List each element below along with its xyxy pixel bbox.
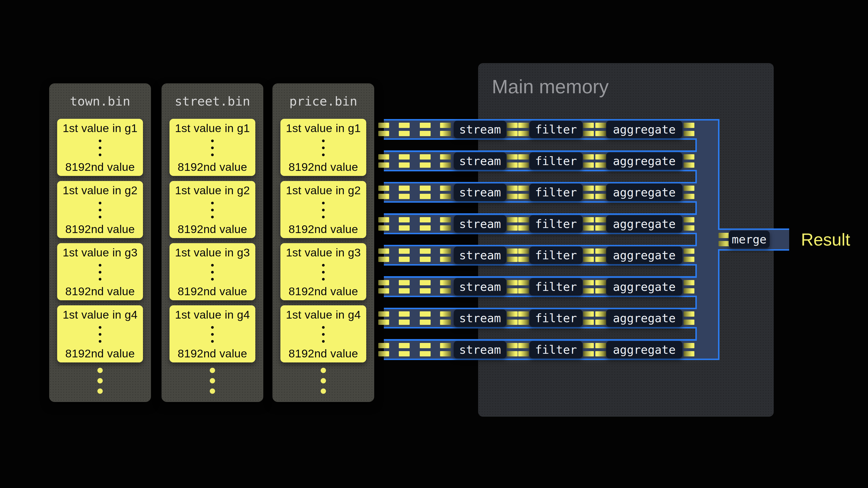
stream-operator-box: stream — [454, 184, 506, 201]
inter-pipeline-connector — [384, 327, 697, 340]
flow-dash-icon — [595, 311, 606, 325]
flow-dash-icon — [440, 311, 451, 325]
pipeline-layer: streamfilteraggregatestreamfilteraggrega… — [0, 0, 868, 488]
flow-dash-icon — [420, 311, 431, 325]
flow-dash-icon — [399, 154, 410, 168]
flow-dash-icon — [399, 311, 410, 325]
flow-dash-icon — [583, 154, 594, 168]
flow-dash-icon — [378, 280, 389, 294]
flow-dash-icon — [583, 280, 594, 294]
flow-dash-icon — [684, 280, 694, 294]
flow-dash-icon — [595, 186, 606, 199]
flow-dash-icon — [420, 249, 431, 262]
pipeline-row-1: streamfilteraggregate — [378, 119, 697, 140]
flow-dash-icon — [507, 154, 518, 168]
flow-dash-icon — [378, 217, 389, 231]
aggregate-operator-box: aggregate — [606, 341, 682, 358]
flow-dash-icon — [684, 186, 694, 199]
inter-pipeline-connector — [384, 233, 697, 246]
inter-pipeline-connector — [384, 201, 697, 215]
flow-dash-icon — [420, 280, 431, 294]
aggregate-operator-box: aggregate — [606, 310, 682, 327]
inter-pipeline-connector — [384, 138, 697, 152]
filter-operator-box: filter — [529, 341, 583, 358]
flow-dash-icon — [583, 217, 594, 231]
flow-dash-icon — [583, 123, 594, 136]
flow-dash-icon — [378, 343, 389, 356]
flow-dash-icon — [507, 343, 518, 356]
inter-pipeline-connector — [384, 170, 697, 184]
flow-dash-icon — [518, 154, 529, 168]
flow-dash-icon — [684, 123, 694, 136]
flow-dash-icon — [440, 343, 451, 356]
flow-dash-icon — [420, 123, 431, 136]
filter-operator-box: filter — [529, 278, 583, 295]
aggregate-operator-box: aggregate — [606, 215, 682, 233]
flow-dash-icon — [684, 249, 694, 262]
flow-dash-icon — [718, 233, 730, 246]
flow-dash-icon — [518, 217, 529, 231]
merge-stub: merge — [718, 228, 789, 251]
pipeline-row-7: streamfilteraggregate — [378, 308, 697, 328]
flow-dash-icon — [595, 343, 606, 356]
flow-dash-icon — [378, 311, 389, 325]
flow-dash-icon — [507, 280, 518, 294]
flow-dash-icon — [378, 249, 389, 262]
flow-dash-icon — [420, 217, 431, 231]
flow-dash-icon — [440, 280, 451, 294]
filter-operator-box: filter — [529, 215, 583, 233]
flow-dash-icon — [507, 217, 518, 231]
aggregate-operator-box: aggregate — [606, 278, 682, 295]
filter-operator-box: filter — [529, 121, 583, 138]
flow-dash-icon — [507, 311, 518, 325]
flow-dash-icon — [684, 343, 694, 356]
merge-operator-box: merge — [728, 231, 770, 248]
flow-dash-icon — [378, 123, 389, 136]
flow-dash-icon — [399, 217, 410, 231]
flow-dash-icon — [583, 186, 594, 199]
flow-dash-icon — [420, 154, 431, 168]
merge-bus — [697, 119, 719, 360]
flow-dash-icon — [440, 154, 451, 168]
flow-dash-icon — [518, 249, 529, 262]
flow-dash-icon — [399, 249, 410, 262]
pipeline-row-4: streamfilteraggregate — [378, 214, 697, 234]
flow-dash-icon — [507, 249, 518, 262]
pipeline-row-3: streamfilteraggregate — [378, 182, 697, 203]
stream-operator-box: stream — [454, 215, 506, 233]
flow-dash-icon — [518, 280, 529, 294]
flow-dash-icon — [399, 280, 410, 294]
flow-dash-icon — [595, 280, 606, 294]
flow-dash-icon — [518, 311, 529, 325]
stream-operator-box: stream — [454, 341, 506, 358]
flow-dash-icon — [583, 343, 594, 356]
flow-dash-icon — [440, 186, 451, 199]
result-label: Result — [801, 229, 850, 250]
inter-pipeline-connector — [384, 264, 697, 278]
filter-operator-box: filter — [529, 247, 583, 264]
flow-dash-icon — [518, 186, 529, 199]
filter-operator-box: filter — [529, 310, 583, 327]
flow-dash-icon — [518, 343, 529, 356]
flow-dash-icon — [583, 311, 594, 325]
pipeline-row-6: streamfilteraggregate — [378, 276, 697, 297]
flow-dash-icon — [595, 154, 606, 168]
flow-dash-icon — [440, 217, 451, 231]
flow-dash-icon — [595, 217, 606, 231]
flow-dash-icon — [378, 186, 389, 199]
flow-dash-icon — [378, 154, 389, 168]
pipeline-row-2: streamfilteraggregate — [378, 151, 697, 171]
flow-dash-icon — [399, 343, 410, 356]
flow-dash-icon — [507, 186, 518, 199]
inter-pipeline-connector — [384, 296, 697, 309]
flow-dash-icon — [440, 123, 451, 136]
stream-operator-box: stream — [454, 152, 506, 170]
flow-dash-icon — [440, 249, 451, 262]
flow-dash-icon — [595, 249, 606, 262]
stream-operator-box: stream — [454, 310, 506, 327]
filter-operator-box: filter — [529, 184, 583, 201]
stream-operator-box: stream — [454, 121, 506, 138]
flow-dash-icon — [399, 186, 410, 199]
aggregate-operator-box: aggregate — [606, 121, 682, 138]
flow-dash-icon — [507, 123, 518, 136]
